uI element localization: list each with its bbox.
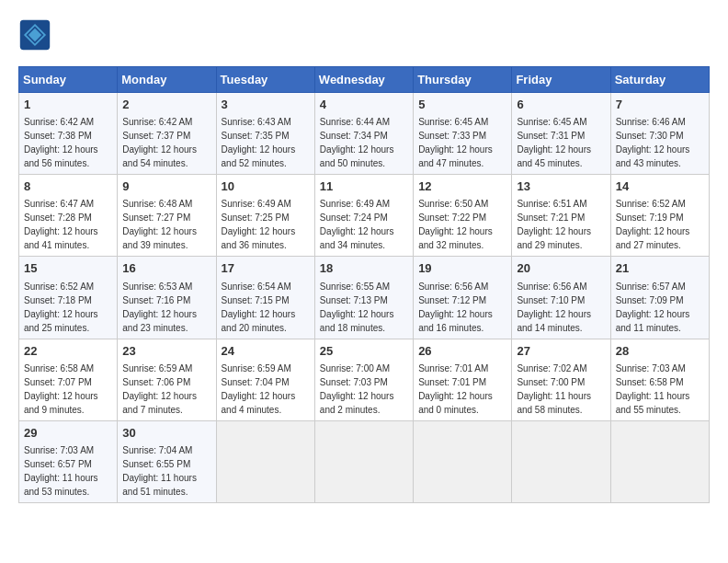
day-number: 4 [320,97,408,113]
day-info: Sunrise: 6:52 AM Sunset: 7:18 PM Dayligh… [24,280,112,335]
day-number: 3 [222,97,310,113]
day-number: 27 [517,343,605,360]
calendar-cell: 10 Sunrise: 6:49 AM Sunset: 7:25 PM Dayl… [216,175,314,257]
calendar-cell: 23 Sunrise: 6:59 AM Sunset: 7:06 PM Dayl… [118,339,216,420]
day-info: Sunrise: 6:49 AM Sunset: 7:25 PM Dayligh… [222,197,310,252]
day-info: Sunrise: 6:59 AM Sunset: 7:06 PM Dayligh… [122,362,210,417]
calendar-cell: 3 Sunrise: 6:43 AM Sunset: 7:35 PM Dayli… [216,93,314,175]
day-number: 22 [24,343,112,360]
header-row: Sunday Monday Tuesday Wednesday Thursday… [19,67,710,93]
day-info: Sunrise: 6:59 AM Sunset: 7:04 PM Dayligh… [222,362,310,417]
col-tuesday: Tuesday [216,67,314,93]
calendar-cell: 2 Sunrise: 6:42 AM Sunset: 7:37 PM Dayli… [118,93,216,175]
calendar-cell: 15 Sunrise: 6:52 AM Sunset: 7:18 PM Dayl… [19,257,118,339]
day-info: Sunrise: 6:48 AM Sunset: 7:27 PM Dayligh… [122,197,210,252]
day-number: 2 [122,97,210,113]
day-info: Sunrise: 6:55 AM Sunset: 7:13 PM Dayligh… [320,280,408,335]
day-info: Sunrise: 7:04 AM Sunset: 6:55 PM Dayligh… [122,443,210,499]
day-info: Sunrise: 7:02 AM Sunset: 7:00 PM Dayligh… [517,362,605,417]
day-number: 28 [616,343,704,360]
calendar-cell [414,420,512,502]
col-monday: Monday [118,67,216,93]
day-info: Sunrise: 6:42 AM Sunset: 7:37 PM Dayligh… [122,115,210,170]
day-info: Sunrise: 6:44 AM Sunset: 7:34 PM Dayligh… [320,115,408,170]
day-number: 15 [24,260,112,277]
col-thursday: Thursday [414,67,512,93]
day-info: Sunrise: 6:58 AM Sunset: 7:07 PM Dayligh… [24,362,112,417]
day-info: Sunrise: 6:53 AM Sunset: 7:16 PM Dayligh… [122,280,210,335]
calendar-cell: 26 Sunrise: 7:01 AM Sunset: 7:01 PM Dayl… [414,339,512,420]
day-info: Sunrise: 6:54 AM Sunset: 7:15 PM Dayligh… [222,280,310,335]
calendar-cell: 22 Sunrise: 6:58 AM Sunset: 7:07 PM Dayl… [19,339,118,420]
calendar-cell: 6 Sunrise: 6:45 AM Sunset: 7:31 PM Dayli… [512,93,610,175]
day-number: 16 [122,260,210,277]
day-number: 12 [418,178,506,195]
calendar-row: 1 Sunrise: 6:42 AM Sunset: 7:38 PM Dayli… [19,93,710,175]
day-number: 18 [320,260,408,277]
calendar-cell: 17 Sunrise: 6:54 AM Sunset: 7:15 PM Dayl… [216,257,314,339]
day-number: 9 [122,178,210,195]
day-number: 26 [418,343,506,360]
calendar-cell: 25 Sunrise: 7:00 AM Sunset: 7:03 PM Dayl… [314,339,413,420]
day-number: 29 [24,425,112,442]
day-number: 20 [517,260,605,277]
day-info: Sunrise: 7:00 AM Sunset: 7:03 PM Dayligh… [320,362,408,417]
day-info: Sunrise: 6:45 AM Sunset: 7:31 PM Dayligh… [517,115,605,170]
calendar-cell [216,420,314,502]
calendar-cell: 29 Sunrise: 7:03 AM Sunset: 6:57 PM Dayl… [19,420,118,502]
page-header [18,18,710,52]
day-number: 25 [320,343,408,360]
logo-icon [18,18,51,52]
day-info: Sunrise: 6:50 AM Sunset: 7:22 PM Dayligh… [418,197,506,252]
day-number: 30 [122,425,210,442]
day-number: 5 [418,97,506,113]
calendar-cell: 19 Sunrise: 6:56 AM Sunset: 7:12 PM Dayl… [414,257,512,339]
calendar-cell: 14 Sunrise: 6:52 AM Sunset: 7:19 PM Dayl… [610,175,709,257]
day-number: 19 [418,260,506,277]
day-info: Sunrise: 6:45 AM Sunset: 7:33 PM Dayligh… [418,115,506,170]
day-number: 8 [24,178,112,195]
day-info: Sunrise: 6:43 AM Sunset: 7:35 PM Dayligh… [222,115,310,170]
day-info: Sunrise: 6:56 AM Sunset: 7:10 PM Dayligh… [517,280,605,335]
col-wednesday: Wednesday [314,67,413,93]
day-number: 14 [616,178,704,195]
day-info: Sunrise: 6:49 AM Sunset: 7:24 PM Dayligh… [320,197,408,252]
calendar-table: Sunday Monday Tuesday Wednesday Thursday… [18,66,710,503]
calendar-cell: 21 Sunrise: 6:57 AM Sunset: 7:09 PM Dayl… [610,257,709,339]
logo [18,18,57,52]
calendar-cell: 1 Sunrise: 6:42 AM Sunset: 7:38 PM Dayli… [19,93,118,175]
calendar-cell [314,420,413,502]
day-info: Sunrise: 6:51 AM Sunset: 7:21 PM Dayligh… [517,197,605,252]
day-number: 6 [517,97,605,113]
calendar-cell: 7 Sunrise: 6:46 AM Sunset: 7:30 PM Dayli… [610,93,709,175]
day-number: 7 [616,97,704,113]
calendar-row: 8 Sunrise: 6:47 AM Sunset: 7:28 PM Dayli… [19,175,710,257]
day-info: Sunrise: 7:01 AM Sunset: 7:01 PM Dayligh… [418,362,506,417]
calendar-cell [610,420,709,502]
day-info: Sunrise: 7:03 AM Sunset: 6:57 PM Dayligh… [24,443,112,499]
calendar-cell: 5 Sunrise: 6:45 AM Sunset: 7:33 PM Dayli… [414,93,512,175]
calendar-row: 29 Sunrise: 7:03 AM Sunset: 6:57 PM Dayl… [19,420,710,502]
calendar-cell: 8 Sunrise: 6:47 AM Sunset: 7:28 PM Dayli… [19,175,118,257]
calendar-cell: 9 Sunrise: 6:48 AM Sunset: 7:27 PM Dayli… [118,175,216,257]
col-saturday: Saturday [610,67,709,93]
day-number: 23 [122,343,210,360]
calendar-cell: 28 Sunrise: 7:03 AM Sunset: 6:58 PM Dayl… [610,339,709,420]
day-number: 11 [320,178,408,195]
calendar-cell [512,420,610,502]
col-sunday: Sunday [19,67,118,93]
calendar-cell: 24 Sunrise: 6:59 AM Sunset: 7:04 PM Dayl… [216,339,314,420]
col-friday: Friday [512,67,610,93]
day-number: 21 [616,260,704,277]
day-number: 24 [222,343,310,360]
day-info: Sunrise: 7:03 AM Sunset: 6:58 PM Dayligh… [616,362,704,417]
day-info: Sunrise: 6:56 AM Sunset: 7:12 PM Dayligh… [418,280,506,335]
calendar-cell: 12 Sunrise: 6:50 AM Sunset: 7:22 PM Dayl… [414,175,512,257]
day-number: 13 [517,178,605,195]
day-info: Sunrise: 6:47 AM Sunset: 7:28 PM Dayligh… [24,197,112,252]
day-number: 17 [222,260,310,277]
calendar-cell: 20 Sunrise: 6:56 AM Sunset: 7:10 PM Dayl… [512,257,610,339]
calendar-cell: 30 Sunrise: 7:04 AM Sunset: 6:55 PM Dayl… [118,420,216,502]
day-info: Sunrise: 6:46 AM Sunset: 7:30 PM Dayligh… [616,115,704,170]
day-info: Sunrise: 6:57 AM Sunset: 7:09 PM Dayligh… [616,280,704,335]
